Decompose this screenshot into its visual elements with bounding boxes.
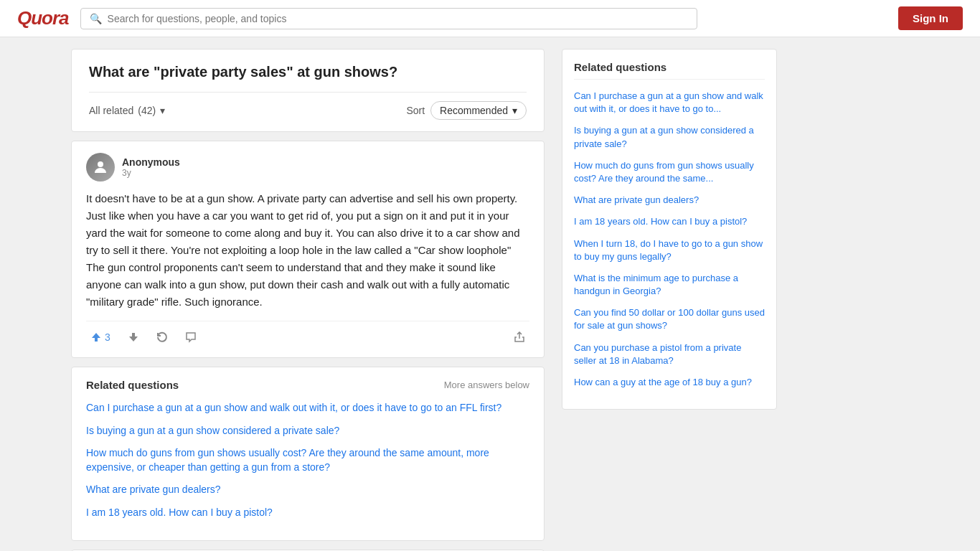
comment-icon bbox=[185, 331, 197, 343]
related-link-3[interactable]: What are private gun dealers? bbox=[86, 483, 529, 497]
upvote-button[interactable]: 3 bbox=[86, 329, 115, 346]
chevron-down-icon: ▾ bbox=[160, 105, 165, 116]
sidebar-link-3[interactable]: What are private gun dealers? bbox=[574, 194, 765, 207]
related-questions-card: Related questions More answers below Can… bbox=[71, 367, 545, 541]
avatar bbox=[86, 153, 115, 182]
answer-header: Anonymous 3y bbox=[86, 153, 529, 182]
author-info: Anonymous 3y bbox=[122, 156, 180, 178]
content-area: What are "private party sales" at gun sh… bbox=[71, 49, 545, 551]
sidebar-title: Related questions bbox=[574, 61, 765, 80]
answer-actions: 3 bbox=[86, 321, 529, 346]
sidebar: Related questions Can I purchase a gun a… bbox=[562, 49, 777, 551]
answer-card-1: Anonymous 3y It doesn't have to be at a … bbox=[71, 141, 545, 358]
svg-point-0 bbox=[98, 161, 103, 167]
more-answers-label: More answers below bbox=[444, 380, 529, 390]
search-input[interactable] bbox=[108, 13, 688, 24]
main-layout: What are "private party sales" at gun sh… bbox=[60, 0, 920, 551]
question-title: What are "private party sales" at gun sh… bbox=[89, 64, 527, 80]
sort-area: Sort Recommended ▾ bbox=[406, 101, 527, 120]
share-button[interactable] bbox=[509, 329, 529, 346]
related-link-2[interactable]: How much do guns from gun shows usually … bbox=[86, 446, 529, 474]
retry-icon bbox=[156, 331, 168, 343]
sidebar-link-7[interactable]: Can you find 50 dollar or 100 dollar gun… bbox=[574, 306, 765, 332]
all-related-filter[interactable]: All related (42) ▾ bbox=[89, 105, 165, 116]
search-icon: 🔍 bbox=[90, 13, 102, 24]
sort-value: Recommended bbox=[440, 105, 508, 116]
sidebar-link-9[interactable]: How can a guy at the age of 18 buy a gun… bbox=[574, 376, 765, 389]
sort-label: Sort bbox=[406, 105, 425, 116]
sidebar-link-6[interactable]: What is the minimum age to purchase a ha… bbox=[574, 272, 765, 298]
downvote-icon bbox=[128, 331, 139, 343]
header: Quora 🔍 Sign In bbox=[0, 0, 980, 37]
upvote-icon bbox=[90, 331, 102, 343]
sign-in-button[interactable]: Sign In bbox=[898, 6, 963, 30]
upvote-count: 3 bbox=[105, 331, 110, 343]
downvote-button[interactable] bbox=[123, 329, 143, 346]
all-related-label: All related bbox=[89, 105, 133, 116]
sort-chevron-icon: ▾ bbox=[512, 105, 517, 116]
related-count: (42) bbox=[138, 105, 156, 116]
related-link-0[interactable]: Can I purchase a gun at a gun show and w… bbox=[86, 401, 529, 415]
quora-logo[interactable]: Quora bbox=[17, 7, 69, 29]
related-link-1[interactable]: Is buying a gun at a gun show considered… bbox=[86, 424, 529, 438]
sidebar-card: Related questions Can I purchase a gun a… bbox=[562, 49, 777, 410]
comment-button[interactable] bbox=[181, 329, 201, 346]
sidebar-link-1[interactable]: Is buying a gun at a gun show considered… bbox=[574, 124, 765, 150]
related-link-4[interactable]: I am 18 years old. How can I buy a pisto… bbox=[86, 506, 529, 520]
retry-button[interactable] bbox=[152, 329, 172, 346]
question-card: What are "private party sales" at gun sh… bbox=[71, 49, 545, 132]
sidebar-link-8[interactable]: Can you purchase a pistol from a private… bbox=[574, 342, 765, 367]
related-card-header: Related questions More answers below bbox=[86, 379, 529, 391]
author-time: 3y bbox=[122, 168, 180, 178]
sidebar-link-2[interactable]: How much do guns from gun shows usually … bbox=[574, 159, 765, 185]
related-card-title: Related questions bbox=[86, 379, 179, 391]
anon-person-icon bbox=[92, 159, 109, 176]
sidebar-link-0[interactable]: Can I purchase a gun at a gun show and w… bbox=[574, 90, 765, 116]
search-bar: 🔍 bbox=[80, 8, 697, 29]
sort-dropdown[interactable]: Recommended ▾ bbox=[430, 101, 527, 120]
author-name: Anonymous bbox=[122, 156, 180, 168]
sidebar-link-4[interactable]: I am 18 years old. How can I buy a pisto… bbox=[574, 215, 765, 228]
sidebar-link-5[interactable]: When I turn 18, do I have to go to a gun… bbox=[574, 237, 765, 263]
share-icon bbox=[514, 331, 525, 343]
filter-bar: All related (42) ▾ Sort Recommended ▾ bbox=[89, 92, 527, 120]
answer-text: It doesn't have to be at a gun show. A p… bbox=[86, 190, 529, 311]
